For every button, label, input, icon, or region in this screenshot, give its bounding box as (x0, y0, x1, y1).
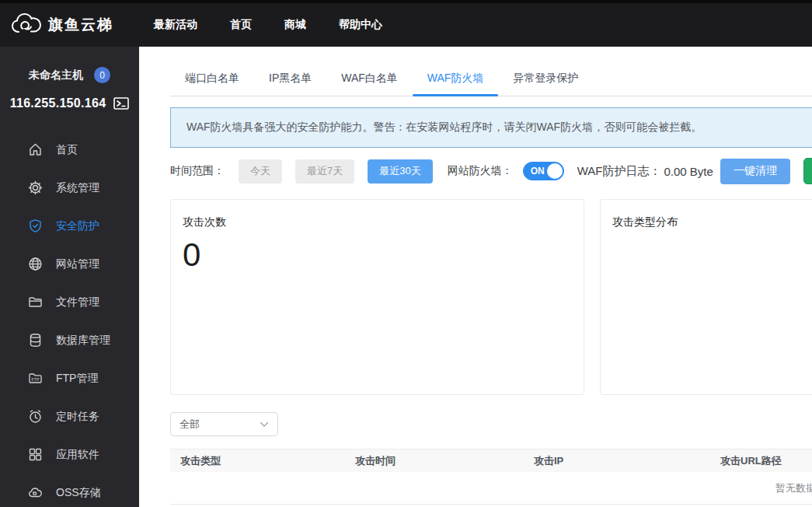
time-today-button[interactable]: 今天 (239, 159, 282, 184)
no-data-text: 暂无数据 (775, 481, 812, 495)
column-attack-ip: 攻击IP (534, 454, 720, 468)
waf-info-banner: WAF防火墙具备强大的安全防护能力。警告：在安装网站程序时，请关闭WAF防火墙，… (170, 107, 812, 148)
controls-row: 时间范围： 今天 最近7天 最近30天 网站防火墙： ON WAF防护日志： 0… (170, 158, 812, 184)
attack-count-title: 攻击次数 (171, 200, 584, 229)
attack-type-filter-select[interactable]: 全部 (170, 412, 278, 436)
sidebar-item-label: 数据库管理 (56, 334, 110, 348)
sidebar: 未命名主机 0 116.255.150.164 首页 (0, 47, 139, 507)
sidebar-item-oss[interactable]: OSS存储 (0, 474, 139, 507)
brand-name: 旗鱼云梯 (48, 15, 113, 35)
sidebar-item-label: FTP管理 (56, 372, 98, 386)
attack-types-title: 攻击类型分布 (601, 200, 812, 229)
shield-check-icon (27, 219, 43, 234)
toggle-knob (547, 163, 563, 179)
stats-cards: 攻击次数 0 攻击类型分布 (170, 199, 812, 395)
terminal-icon[interactable] (113, 97, 129, 110)
sidebar-item-files[interactable]: 文件管理 (0, 283, 139, 321)
column-attack-url: 攻击URL路径 (720, 454, 812, 468)
tab-port-whitelist[interactable]: 端口白名单 (170, 65, 254, 96)
clean-logs-button[interactable]: 一键清理 (720, 159, 790, 184)
sidebar-item-label: 安全防护 (56, 219, 99, 233)
cloud-logo-icon (11, 12, 42, 38)
sidebar-item-label: 文件管理 (56, 295, 99, 309)
topnav-item-help-center[interactable]: 帮助中心 (339, 10, 382, 40)
apps-grid-icon (27, 447, 43, 463)
topnav-item-home[interactable]: 首页 (230, 10, 252, 40)
sidebar-item-label: 定时任务 (56, 410, 99, 424)
database-icon (27, 333, 43, 348)
cloud-storage-icon (27, 485, 43, 501)
host-count-badge[interactable]: 0 (94, 67, 110, 83)
sidebar-item-home[interactable]: 首页 (0, 131, 139, 169)
time-30days-button[interactable]: 最近30天 (368, 159, 432, 184)
sidebar-item-apps[interactable]: 应用软件 (0, 435, 139, 474)
sidebar-item-security[interactable]: 安全防护 (0, 207, 139, 245)
refresh-button[interactable]: 刷新 (803, 158, 812, 184)
brand-logo[interactable]: 旗鱼云梯 (11, 12, 113, 38)
attack-count-card: 攻击次数 0 (170, 199, 584, 395)
tab-abnormal-login[interactable]: 异常登录保护 (498, 65, 593, 96)
waf-log-label: WAF防护日志： (577, 164, 661, 179)
attack-count-value: 0 (171, 229, 584, 271)
host-ip: 116.255.150.164 (10, 96, 106, 110)
home-icon (27, 142, 43, 158)
sidebar-item-label: 系统管理 (56, 181, 99, 195)
time-7days-button[interactable]: 最近7天 (295, 159, 354, 184)
globe-icon (27, 257, 43, 272)
tab-ip-blacklist[interactable]: IP黑名单 (254, 65, 326, 96)
firewall-toggle[interactable]: ON (523, 162, 564, 180)
column-attack-time: 攻击时间 (355, 454, 534, 468)
chevron-down-icon (260, 421, 269, 428)
firewall-toggle-state: ON (531, 166, 545, 177)
sidebar-item-database[interactable]: 数据库管理 (0, 321, 139, 359)
table-empty-row: 暂无数据 (170, 472, 812, 505)
sidebar-item-ftp[interactable]: FTP FTP管理 (0, 359, 139, 397)
svg-text:FTP: FTP (31, 377, 39, 382)
tab-waf-firewall[interactable]: WAF防火墙 (413, 65, 499, 96)
sidebar-item-label: 首页 (56, 143, 78, 157)
attack-log-table: 攻击类型 攻击时间 攻击IP 攻击URL路径 暂无数据 (170, 449, 812, 505)
host-name: 未命名主机 (29, 68, 83, 82)
column-attack-type: 攻击类型 (170, 454, 355, 468)
security-tabs-bar: 端口白名单 IP黑名单 WAF白名单 WAF防火墙 异常登录保护 (170, 47, 812, 96)
topnav-item-activities[interactable]: 最新活动 (154, 10, 197, 40)
ftp-folder-icon: FTP (27, 371, 43, 386)
waf-info-banner-text: WAF防火墙具备强大的安全防护能力。警告：在安装网站程序时，请关闭WAF防火墙，… (171, 121, 702, 135)
folder-icon (27, 295, 43, 310)
time-range-label: 时间范围： (170, 164, 225, 178)
sidebar-item-cron[interactable]: 定时任务 (0, 397, 139, 435)
table-header-row: 攻击类型 攻击时间 攻击IP 攻击URL路径 (170, 449, 812, 472)
sidebar-item-website[interactable]: 网站管理 (0, 245, 139, 283)
waf-log-size: 0.00 Byte (664, 165, 713, 178)
sidebar-menu: 首页 系统管理 安全防 (0, 131, 139, 507)
sidebar-item-system[interactable]: 系统管理 (0, 169, 139, 207)
top-navbar: 旗鱼云梯 最新活动 首页 商城 帮助中心 (0, 3, 812, 47)
attack-types-card: 攻击类型分布 (600, 199, 812, 395)
sidebar-item-label: 网站管理 (56, 257, 99, 271)
gear-icon (27, 180, 43, 196)
sidebar-item-label: 应用软件 (56, 448, 99, 462)
topnav-menu: 最新活动 首页 商城 帮助中心 (154, 10, 415, 40)
topnav-item-mall[interactable]: 商城 (284, 10, 306, 40)
website-firewall-label: 网站防火墙： (448, 164, 513, 178)
tab-waf-whitelist[interactable]: WAF白名单 (326, 65, 413, 96)
sidebar-item-label: OSS存储 (56, 486, 101, 500)
alarm-clock-icon (27, 409, 43, 425)
main-content: 端口白名单 IP黑名单 WAF白名单 WAF防火墙 异常登录保护 WAF防火墙具… (139, 47, 812, 507)
filter-selected-value: 全部 (179, 418, 200, 432)
